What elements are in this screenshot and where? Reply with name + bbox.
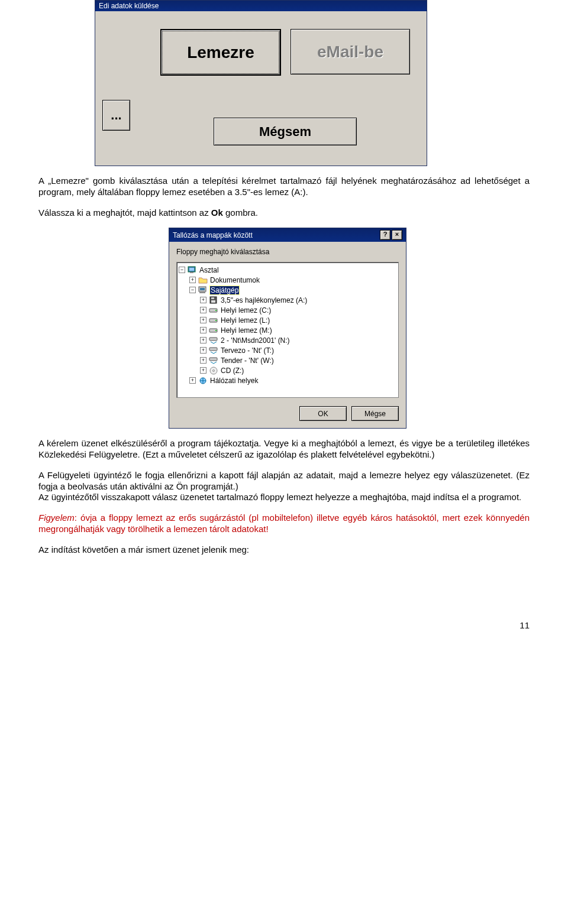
expand-icon[interactable]: +	[200, 357, 206, 364]
tree-node-label: Helyi lemez (M:)	[221, 326, 272, 335]
tree-node[interactable]: −Asztal	[179, 265, 396, 275]
netdrive-icon	[209, 336, 218, 345]
netdrive-icon	[209, 356, 218, 365]
more-button[interactable]: ...	[102, 100, 130, 131]
collapse-icon[interactable]: −	[189, 287, 196, 293]
to-disk-button[interactable]: Lemezre	[160, 29, 281, 76]
tree-node[interactable]: +Helyi lemez (C:)	[179, 305, 396, 315]
computer-icon	[198, 286, 208, 294]
netdrive-icon	[209, 346, 218, 355]
tree-node-label: 2 - 'Nt\Msdn2001' (N:)	[221, 336, 290, 345]
tree-node-label: CD (Z:)	[221, 367, 244, 375]
svg-rect-5	[199, 292, 205, 293]
svg-rect-7	[211, 297, 214, 299]
svg-rect-17	[209, 358, 217, 361]
tree-node[interactable]: −Sajátgép	[179, 285, 396, 295]
tree-node-label: Tender - 'Nt' (W:)	[221, 356, 274, 365]
cancel2-button[interactable]: Mégse	[351, 406, 399, 421]
hdd-icon	[209, 316, 218, 325]
tree-node-label: Tervezo - 'Nt' (T:)	[221, 346, 274, 355]
tree-node-label: Asztal	[199, 266, 219, 274]
expand-icon[interactable]: +	[189, 277, 196, 283]
expand-icon[interactable]: +	[200, 297, 206, 303]
hdd-icon	[209, 326, 218, 335]
body-paragraph-2: Válassza ki a meghajtót, majd kattintson…	[38, 208, 530, 219]
tree-node-label: Hálózati helyek	[210, 377, 258, 385]
tree-node-label: Sajátgép	[210, 286, 239, 294]
tree-node[interactable]: +Dokumentumok	[179, 275, 396, 285]
dialog2-body: Floppy meghajtó kiválasztása −Asztal+Dok…	[169, 242, 406, 428]
warning-paragraph: Figyelem: óvja a floppy lemezt az erős s…	[38, 513, 530, 535]
expand-icon[interactable]: +	[200, 367, 206, 374]
body-paragraph-4: A Felügyeleti ügyintéző le fogja ellenőr…	[38, 470, 530, 503]
dialog2-buttons: OK Mégse	[176, 406, 399, 421]
expand-icon[interactable]: +	[200, 317, 206, 323]
tree-node-label: Helyi lemez (C:)	[221, 306, 271, 315]
svg-rect-4	[200, 288, 205, 290]
to-email-button[interactable]: eMail-be	[291, 29, 410, 74]
browse-folders-dialog: Tallózás a mappák között ? × Floppy megh…	[169, 228, 406, 429]
desktop-icon	[188, 266, 197, 274]
expand-icon[interactable]: +	[200, 337, 206, 343]
body-paragraph-3: A kérelem üzenet elkészüléséről a progra…	[38, 438, 530, 461]
svg-rect-8	[211, 300, 215, 303]
tree-node[interactable]: +2 - 'Nt\Msdn2001' (N:)	[179, 335, 396, 345]
close-button[interactable]: ×	[392, 230, 402, 240]
to-email-label: eMail-be	[317, 43, 383, 61]
floppy-icon	[209, 296, 218, 304]
tree-node[interactable]: +Hálózati helyek	[179, 375, 396, 385]
svg-point-14	[215, 330, 217, 331]
tree-node[interactable]: +Helyi lemez (M:)	[179, 325, 396, 335]
expand-icon[interactable]: +	[200, 347, 206, 354]
send-edi-dialog: Edi adatok küldése Lemezre eMail-be ... …	[95, 0, 427, 166]
help-button[interactable]: ?	[380, 230, 390, 240]
hdd-icon	[209, 306, 218, 315]
tree-node[interactable]: +Tervezo - 'Nt' (T:)	[179, 345, 396, 355]
svg-point-10	[215, 310, 217, 311]
cancel-label: Mégsem	[259, 124, 311, 140]
tree-node[interactable]: +Helyi lemez (L:)	[179, 315, 396, 325]
dialog2-titlebar: Tallózás a mappák között ? ×	[169, 228, 406, 242]
dialog2-prompt: Floppy meghajtó kiválasztása	[176, 248, 399, 256]
svg-point-12	[215, 320, 217, 321]
dialog2-title: Tallózás a mappák között	[173, 231, 379, 239]
tree-node-label: 3,5"-es hajlékonylemez (A:)	[221, 296, 307, 304]
folder-tree[interactable]: −Asztal+Dokumentumok−Sajátgép+3,5"-es ha…	[176, 262, 399, 398]
tree-node-label: Helyi lemez (L:)	[221, 316, 270, 325]
network-icon	[198, 377, 208, 385]
collapse-icon[interactable]: −	[179, 267, 185, 273]
folder-icon	[198, 276, 208, 284]
tree-node[interactable]: +CD (Z:)	[179, 365, 396, 375]
dialog-body: Lemezre eMail-be ... Mégsem	[95, 11, 427, 166]
svg-rect-1	[189, 268, 194, 271]
svg-point-19	[213, 369, 215, 371]
dialog-title: Edi adatok küldése	[95, 1, 427, 11]
page-number: 11	[38, 620, 530, 630]
svg-rect-2	[190, 272, 193, 273]
warning-label: Figyelem	[38, 513, 75, 523]
tree-node[interactable]: +3,5"-es hajlékonylemez (A:)	[179, 295, 396, 305]
svg-rect-16	[209, 348, 217, 351]
ok-button[interactable]: OK	[299, 406, 347, 421]
expand-icon[interactable]: +	[200, 327, 206, 333]
cancel-button[interactable]: Mégsem	[214, 118, 357, 145]
to-disk-label: Lemezre	[187, 43, 254, 62]
expand-icon[interactable]: +	[189, 377, 196, 384]
more-label: ...	[111, 108, 121, 123]
tree-node[interactable]: +Tender - 'Nt' (W:)	[179, 355, 396, 365]
body-paragraph-6: Az indítást követően a már ismert üzenet…	[38, 544, 530, 556]
tree-node-label: Dokumentumok	[210, 276, 260, 284]
body-paragraph-1: A „Lemezre" gomb kiválasztása után a tel…	[38, 176, 530, 198]
svg-rect-15	[209, 338, 217, 341]
expand-icon[interactable]: +	[200, 307, 206, 313]
cd-icon	[209, 367, 218, 375]
